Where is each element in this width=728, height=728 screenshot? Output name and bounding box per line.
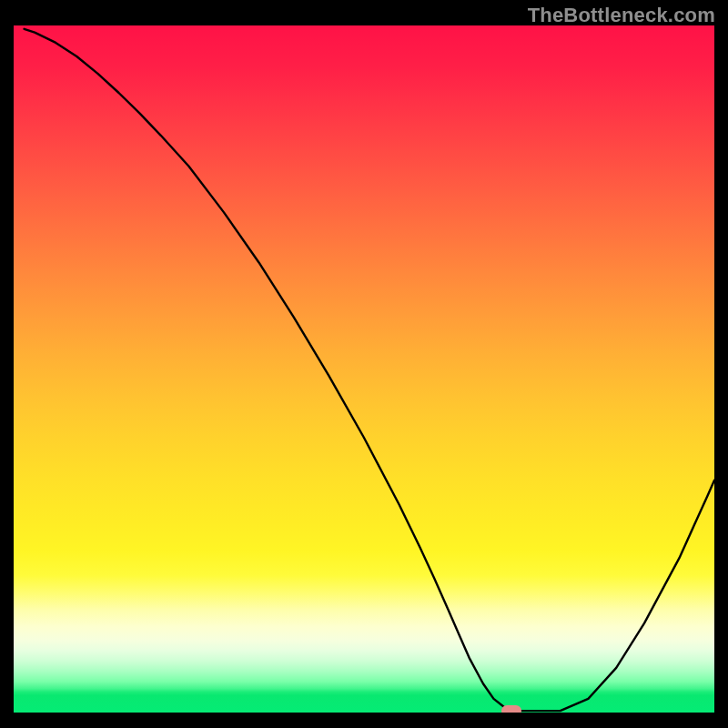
watermark-text: TheBottleneck.com xyxy=(528,4,715,27)
optimum-marker xyxy=(501,705,521,713)
chart-frame: TheBottleneck.com xyxy=(0,0,728,728)
bottleneck-curve xyxy=(25,29,714,711)
plot-area xyxy=(14,25,714,713)
curve-svg xyxy=(14,25,714,713)
